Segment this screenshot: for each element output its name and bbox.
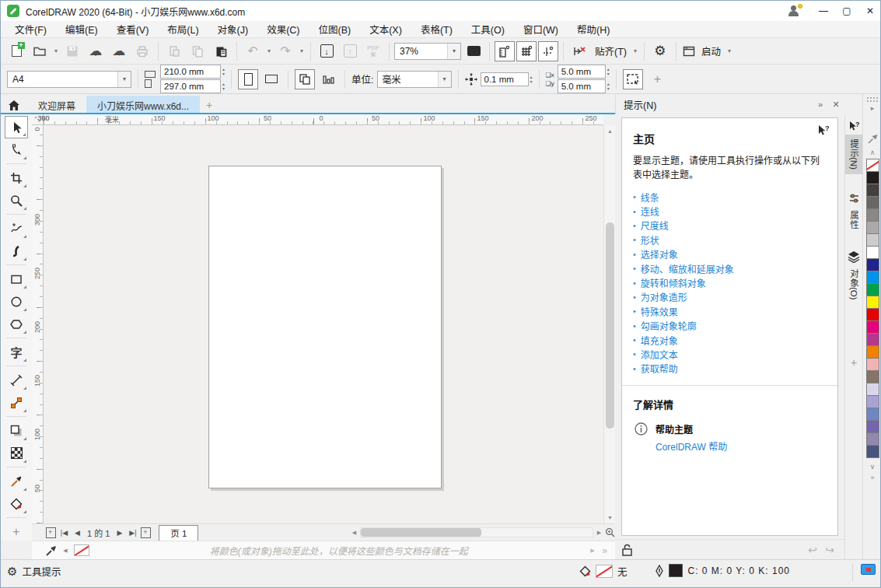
menu-item[interactable]: 文件(F) — [5, 21, 56, 38]
palette-swatch[interactable] — [866, 208, 879, 222]
page-height-field[interactable]: 297.0 mm — [160, 79, 221, 93]
zoom-to-page-icon[interactable] — [605, 527, 615, 537]
palette-swatch[interactable] — [866, 333, 879, 346]
lock-docker-icon[interactable] — [621, 544, 633, 556]
open-dropdown-caret[interactable]: ▾ — [52, 47, 60, 54]
tip-link[interactable]: 获取帮助 — [641, 362, 678, 375]
import-icon[interactable]: ↓ — [316, 40, 337, 62]
palette-expand-icon[interactable]: » — [870, 472, 874, 483]
doc-palette-scroll-left[interactable]: ◀ — [61, 544, 69, 556]
palette-swatch[interactable] — [866, 445, 879, 458]
zoom-level-value[interactable]: 37% — [395, 46, 447, 57]
tip-link[interactable]: 连线 — [641, 205, 659, 218]
maximize-button[interactable]: ▢ — [835, 2, 858, 20]
duplicate-x-field[interactable]: 5.0 mm — [558, 65, 606, 79]
pick-tool[interactable] — [5, 116, 28, 138]
docker-close-icon[interactable]: ✕ — [828, 96, 844, 112]
launch-dropdown-caret[interactable]: ▾ — [725, 47, 733, 54]
tip-link[interactable]: 勾画对象轮廓 — [641, 319, 697, 332]
close-button[interactable]: ✕ — [858, 2, 881, 20]
palette-swatch[interactable] — [866, 320, 879, 334]
palette-swatch[interactable] — [866, 296, 879, 309]
menu-item[interactable]: 效果(C) — [257, 21, 309, 38]
palette-flyout-icon[interactable]: ▸ — [871, 103, 875, 114]
tip-link[interactable]: 线条 — [641, 191, 659, 204]
show-grid-toggle[interactable] — [516, 41, 537, 61]
crop-tool[interactable] — [5, 166, 28, 189]
tip-link[interactable]: 添加文本 — [641, 348, 678, 361]
menu-item[interactable]: 窗口(W) — [514, 21, 568, 38]
snap-menu-label[interactable]: 贴齐(T) — [592, 44, 630, 58]
palette-drag-grip[interactable] — [866, 96, 879, 103]
all-pages-button[interactable] — [295, 69, 315, 89]
drawing-canvas[interactable] — [44, 125, 603, 523]
propbar-add-icon[interactable]: + — [654, 72, 661, 86]
palette-swatch[interactable] — [866, 395, 879, 408]
transparency-tool[interactable] — [5, 442, 28, 464]
status-gear-icon[interactable]: ⚙ — [7, 565, 17, 579]
paste-icon[interactable] — [210, 40, 232, 62]
vertical-scrollbar[interactable]: ▲ ▼ — [603, 125, 615, 523]
shadow-tool[interactable] — [5, 419, 28, 442]
fill-none-swatch[interactable] — [596, 565, 613, 578]
units-combobox[interactable]: 毫米 ▾ — [377, 71, 452, 88]
docker-forward-icon[interactable]: ↪ — [821, 544, 838, 556]
tab-welcome-screen[interactable]: 欢迎屏幕 — [27, 96, 86, 114]
tip-link[interactable]: 移动、缩放和延展对象 — [641, 262, 734, 275]
page-width-field[interactable]: 210.0 mm — [160, 65, 221, 79]
minimize-button[interactable]: — — [812, 2, 835, 20]
help-pointer-icon[interactable]: ? — [816, 124, 830, 138]
ellipse-tool[interactable] — [5, 290, 28, 313]
palette-swatch[interactable] — [866, 408, 879, 421]
page-height-spinner[interactable]: ▴▾ — [222, 82, 225, 91]
freehand-tool[interactable] — [5, 217, 28, 240]
new-tab-button[interactable]: + — [200, 96, 219, 114]
menu-item[interactable]: 帮助(H) — [568, 21, 619, 38]
tip-link[interactable]: 填充对象 — [641, 334, 678, 347]
page-1-tab[interactable]: 页 1 — [159, 525, 198, 541]
palette-eyedropper-icon[interactable] — [868, 134, 878, 144]
docker-tab-objects[interactable]: 对象(O) — [845, 244, 863, 305]
horizontal-scroll-thumb[interactable] — [361, 528, 481, 537]
shape-tool[interactable] — [5, 138, 28, 161]
menu-item[interactable]: 位图(B) — [309, 21, 361, 38]
vertical-ruler[interactable]: 300250200150100500 — [32, 125, 44, 523]
eyedropper-tool[interactable] — [5, 470, 28, 492]
palette-swatch[interactable] — [866, 196, 879, 209]
menu-item[interactable]: 对象(J) — [208, 21, 258, 38]
cloud-download-icon[interactable]: ☁↓ — [85, 40, 107, 62]
palette-swatch[interactable] — [866, 246, 879, 259]
scroll-up-button[interactable]: ▲ — [604, 125, 616, 137]
menu-item[interactable]: 文本(X) — [360, 21, 411, 38]
menu-item[interactable]: 表格(T) — [411, 21, 462, 38]
tip-link[interactable]: 特殊效果 — [641, 305, 678, 318]
nudge-distance-field[interactable]: 0.1 mm — [481, 72, 529, 86]
docker-collapse-icon[interactable]: » — [813, 96, 828, 112]
nudge-spinner[interactable]: ▴▾ — [530, 75, 533, 84]
units-caret[interactable]: ▾ — [438, 72, 451, 87]
menu-item[interactable]: 工具(O) — [462, 21, 514, 38]
horizontal-ruler[interactable]: 毫米 15010050050100150200250300350 — [44, 114, 603, 125]
palette-swatch[interactable] — [866, 358, 879, 371]
zoom-dropdown-caret[interactable]: ▾ — [447, 44, 460, 59]
tips-docker-icon[interactable]: ? — [848, 121, 860, 133]
duplicate-y-field[interactable]: 5.0 mm — [558, 79, 606, 93]
docker-tab-properties[interactable]: 属性 — [845, 187, 863, 233]
page-size-value[interactable]: A4 — [8, 74, 117, 85]
palette-swatch[interactable] — [866, 383, 879, 396]
tip-link[interactable]: 选择对象 — [641, 247, 678, 261]
palette-scroll-down-icon[interactable]: ∨ — [870, 461, 876, 472]
tip-link[interactable]: 旋转和倾斜对象 — [641, 276, 706, 289]
scroll-left-button[interactable]: ◀ — [348, 527, 360, 538]
palette-swatch[interactable] — [866, 171, 879, 184]
palette-scroll-up-icon[interactable]: ∧ — [870, 147, 876, 158]
interactive-fill-tool[interactable] — [5, 492, 28, 515]
palette-swatch[interactable] — [866, 283, 879, 296]
add-tool-button[interactable]: + — [5, 520, 28, 543]
coreldraw-help-link[interactable]: CorelDRAW 帮助 — [656, 442, 727, 453]
options-gear-icon[interactable]: ⚙ — [649, 40, 671, 62]
color-proof-monitor-icon[interactable] — [861, 564, 876, 575]
last-page-button[interactable]: ▶| — [126, 526, 139, 540]
zoom-level-combobox[interactable]: 37% ▾ — [394, 43, 461, 60]
zoom-tool[interactable] — [5, 189, 28, 212]
